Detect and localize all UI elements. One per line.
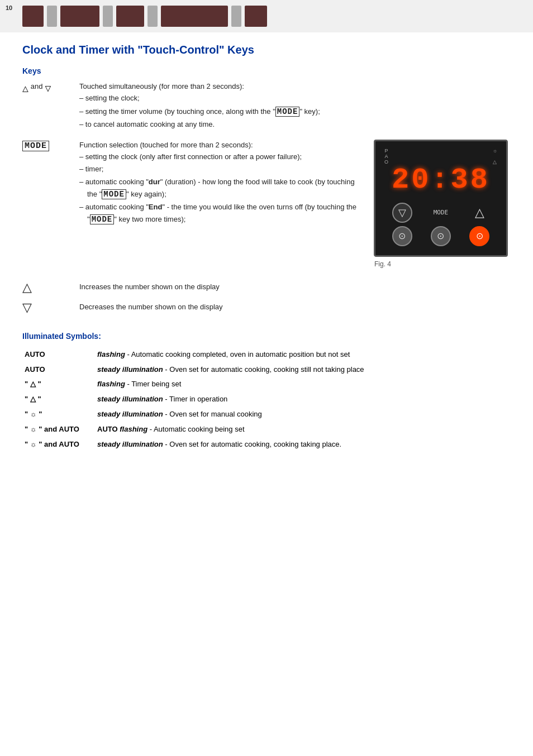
symbol-row-7: " ☼ " and AUTO steady illumination - Ove… bbox=[22, 437, 511, 452]
key-label-mode: MODE bbox=[22, 140, 73, 227]
symbol-row-1: AUTO flashing - Automatic cooking comple… bbox=[22, 347, 511, 362]
key-desc-mode: Function selection (touched for more tha… bbox=[79, 140, 360, 227]
key-row-up-standalone: △ Increases the number shown on the disp… bbox=[22, 279, 511, 295]
symbol-table: AUTO flashing - Automatic cooking comple… bbox=[22, 347, 511, 452]
bar-7 bbox=[161, 6, 228, 27]
mode-bullet-3: automatic cooking "dur" (duration) - how… bbox=[79, 176, 360, 200]
symbol-2: AUTO bbox=[22, 362, 95, 377]
up-arrow-button[interactable]: △ bbox=[475, 205, 484, 220]
bar-5 bbox=[116, 6, 144, 27]
mode-left: MODE Function selection (touched for mor… bbox=[22, 140, 360, 268]
symbol-desc-4: steady illumination - Timer in operation bbox=[95, 392, 511, 407]
symbol-5: " ☼ " bbox=[22, 407, 95, 422]
display-panel: PAO ☼ △ 20:38 ▽ MODE △ ⊙ ⊙ ⊙ bbox=[374, 140, 508, 257]
symbol-3: " △ " bbox=[22, 377, 95, 392]
symbol-row-5: " ☼ " steady illumination - Oven set for… bbox=[22, 407, 511, 422]
bar-6 bbox=[147, 6, 158, 27]
display-top-right: ☼ △ bbox=[493, 148, 497, 165]
left-circle-button[interactable]: ⊙ bbox=[392, 226, 412, 246]
bar-9 bbox=[245, 6, 267, 27]
illuminated-title: Illuminated Symbols: bbox=[22, 332, 511, 341]
key-label-down-standalone: ▽ bbox=[22, 299, 73, 315]
symbol-desc-1: flashing - Automatic cooking completed, … bbox=[95, 347, 511, 362]
display-top-left: PAO bbox=[384, 148, 388, 165]
symbol-desc-6: AUTO flashing - Automatic cooking being … bbox=[95, 422, 511, 437]
symbol-7: " ☼ " and AUTO bbox=[22, 437, 95, 452]
symbol-desc-3: flashing - Timer being set bbox=[95, 377, 511, 392]
mode-label: MODE bbox=[434, 209, 449, 216]
mode-key-inline-2: MODE bbox=[102, 189, 126, 199]
symbol-row-3: " △ " flashing - Timer being set bbox=[22, 377, 511, 392]
symbol-6: " ☼ " and AUTO bbox=[22, 422, 95, 437]
main-content: Clock and Timer with "Touch-Control" Key… bbox=[0, 32, 533, 474]
bar-3 bbox=[60, 6, 99, 27]
mode-key-label: MODE bbox=[22, 141, 49, 151]
fig-label: Fig. 4 bbox=[371, 260, 391, 268]
mode-key-inline-3: MODE bbox=[90, 214, 115, 224]
mode-desc-main: Function selection (touched for more tha… bbox=[79, 141, 253, 149]
display-digits: 20:38 bbox=[384, 166, 497, 195]
key-row-up-down: △ and ▽ Touched simultaneously (for more… bbox=[22, 81, 511, 132]
end-text: End bbox=[149, 203, 163, 211]
symbol-row-6: " ☼ " and AUTO AUTO flashing - Automatic… bbox=[22, 422, 511, 437]
key-desc-triangles-main: Touched simultaneously (for more than 2 … bbox=[79, 82, 244, 90]
display-top-icons: PAO ☼ △ bbox=[384, 148, 497, 165]
top-bar: 10 bbox=[0, 0, 533, 32]
page-number: 10 bbox=[6, 0, 19, 11]
symbol-desc-7: steady illumination - Oven set for autom… bbox=[95, 437, 511, 452]
mode-bullet-2: timer; bbox=[79, 164, 360, 175]
symbol-row-2: AUTO steady illumination - Oven set for … bbox=[22, 362, 511, 377]
right-circle-button[interactable]: ⊙ bbox=[469, 226, 489, 246]
mode-bullet-4: automatic cooking "End" - the time you w… bbox=[79, 202, 360, 226]
key-desc-up-standalone: Increases the number shown on the displa… bbox=[79, 279, 511, 295]
symbol-1: AUTO bbox=[22, 347, 95, 362]
dur-text: dur bbox=[149, 178, 160, 186]
down-arrow-button[interactable]: ▽ bbox=[392, 203, 412, 223]
mode-bullets: setting the clock (only after first conn… bbox=[79, 151, 360, 226]
key-row-down-standalone: ▽ Decreases the number shown on the disp… bbox=[22, 299, 511, 315]
bullet-3: to cancel automatic cooking at any time. bbox=[79, 119, 511, 131]
mode-key-inline-1: MODE bbox=[275, 107, 300, 117]
center-circle-button[interactable]: ⊙ bbox=[431, 226, 451, 246]
triangle-up-icon: △ bbox=[22, 82, 28, 94]
bar-2 bbox=[47, 6, 57, 27]
bar-4 bbox=[103, 6, 113, 27]
key-row-mode: MODE Function selection (touched for mor… bbox=[22, 140, 360, 227]
page-title: Clock and Timer with "Touch-Control" Key… bbox=[22, 44, 511, 56]
bullet-2: setting the timer volume (by touching on… bbox=[79, 106, 511, 118]
key-label-triangles: △ and ▽ bbox=[22, 81, 73, 132]
symbol-4: " △ " bbox=[22, 392, 95, 407]
and-text: and bbox=[31, 82, 43, 90]
key-desc-down-standalone: Decreases the number shown on the displa… bbox=[79, 299, 511, 315]
mode-section: MODE Function selection (touched for mor… bbox=[22, 140, 511, 268]
display-controls: ▽ MODE △ ⊙ ⊙ ⊙ bbox=[384, 203, 497, 246]
display-panel-container: PAO ☼ △ 20:38 ▽ MODE △ ⊙ ⊙ ⊙ Fig. 4 bbox=[371, 140, 511, 268]
symbol-row-4: " △ " steady illumination - Timer in ope… bbox=[22, 392, 511, 407]
symbol-desc-2: steady illumination - Oven set for autom… bbox=[95, 362, 511, 377]
symbol-desc-5: steady illumination - Oven set for manua… bbox=[95, 407, 511, 422]
key-label-up-standalone: △ bbox=[22, 279, 73, 295]
key-desc-triangles: Touched simultaneously (for more than 2 … bbox=[79, 81, 511, 132]
bar-1 bbox=[22, 6, 44, 27]
page: 10 Clock and Timer with "Touch-Control" … bbox=[0, 0, 533, 756]
bar-8 bbox=[231, 6, 241, 27]
triangle-down-icon: ▽ bbox=[45, 82, 51, 94]
mode-bullet-1: setting the clock (only after first conn… bbox=[79, 151, 360, 163]
key-bullets-triangles: setting the clock; setting the timer vol… bbox=[79, 93, 511, 131]
keys-section-title: Keys bbox=[22, 66, 511, 75]
display-screen: PAO ☼ △ 20:38 bbox=[384, 148, 497, 195]
bullet-1: setting the clock; bbox=[79, 93, 511, 104]
illuminated-section: Illuminated Symbols: AUTO flashing - Aut… bbox=[22, 332, 511, 452]
